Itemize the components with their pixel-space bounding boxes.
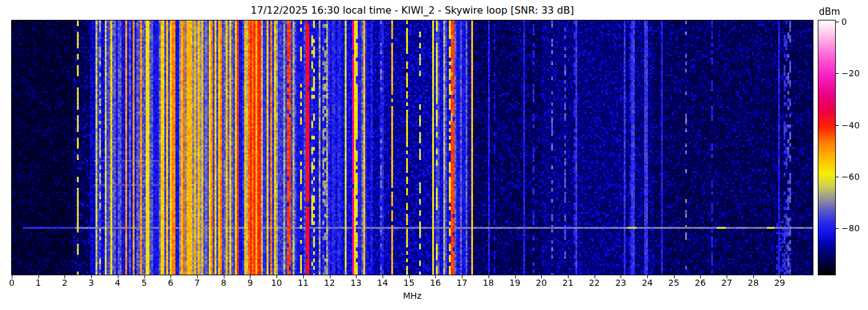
x-tick-label: 29 <box>774 278 786 288</box>
x-tick-label: 10 <box>271 278 282 288</box>
x-tick-label: 3 <box>89 278 94 288</box>
spectrogram-figure: 17/12/2025 16:30 local time - KIWI_2 - S… <box>0 0 868 310</box>
colorbar-tick-mark <box>836 228 839 229</box>
colorbar-tick-label: −80 <box>841 223 860 233</box>
colorbar <box>818 20 835 275</box>
colorbar-tick-label: −40 <box>841 120 860 130</box>
colorbar-tick-mark <box>836 73 839 74</box>
colorbar-tick-label: −20 <box>841 68 860 78</box>
colorbar-tick-label: 0 <box>841 17 847 27</box>
x-tick-label: 19 <box>510 278 521 288</box>
waterfall-heatmap <box>12 20 813 275</box>
x-tick-label: 9 <box>247 278 253 288</box>
x-tick-label: 16 <box>430 278 441 288</box>
colorbar-tick-mark <box>836 22 839 22</box>
x-tick-label: 22 <box>589 278 600 288</box>
x-tick-label: 23 <box>615 278 626 288</box>
colorbar-unit-label: dBm <box>817 6 842 17</box>
colorbar-tick-mark <box>836 177 839 177</box>
x-tick-label: 24 <box>642 278 653 288</box>
x-tick-label: 6 <box>168 278 174 288</box>
x-tick-label: 12 <box>324 278 335 288</box>
x-tick-label: 13 <box>350 278 361 288</box>
colorbar-tick-label: −60 <box>841 171 860 181</box>
figure-title: 17/12/2025 16:30 local time - KIWI_2 - S… <box>12 4 813 16</box>
x-tick-label: 20 <box>536 278 547 288</box>
x-tick-label: 18 <box>483 278 494 288</box>
colorbar-tick-mark <box>836 125 839 126</box>
x-tick-label: 14 <box>377 278 388 288</box>
x-tick-label: 7 <box>195 278 200 288</box>
x-tick-label: 0 <box>9 278 15 288</box>
x-tick-label: 15 <box>404 278 415 288</box>
x-tick-label: 28 <box>748 278 759 288</box>
x-tick-label: 1 <box>35 278 41 288</box>
x-axis-label: MHz <box>12 291 813 301</box>
x-tick-label: 8 <box>221 278 226 288</box>
x-tick-label: 21 <box>562 278 574 288</box>
x-tick-label: 4 <box>115 278 120 288</box>
x-tick-label: 2 <box>62 278 68 288</box>
x-tick-label: 25 <box>668 278 680 288</box>
x-tick-label: 17 <box>456 278 467 288</box>
x-tick-label: 5 <box>141 278 147 288</box>
x-tick-label: 11 <box>298 278 309 288</box>
x-tick-label: 26 <box>695 278 706 288</box>
x-tick-label: 27 <box>721 278 732 288</box>
